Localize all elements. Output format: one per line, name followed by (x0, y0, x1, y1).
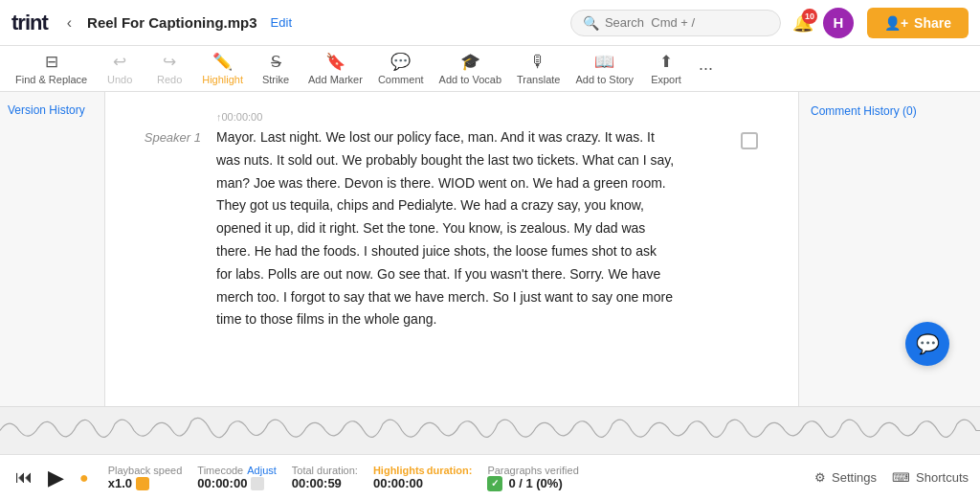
chat-icon: 💬 (916, 332, 940, 355)
shortcuts-label: Shortcuts (916, 470, 969, 485)
translate-button[interactable]: 🎙 Translate (509, 49, 568, 89)
highlights-label: Highlights duration: (373, 465, 472, 476)
find-replace-button[interactable]: ⊟ Find & Replace (8, 48, 95, 89)
transcript-text[interactable]: Mayor. Last night. We lost our policy fa… (216, 126, 676, 331)
adjust-link[interactable]: Adjust (247, 465, 277, 476)
total-duration-label: Total duration: (292, 465, 358, 476)
export-button[interactable]: ⬆ Export (641, 48, 691, 89)
export-icon: ⬆ (659, 52, 673, 72)
playback-speed-label: Playback speed (108, 465, 183, 476)
share-label: Share (914, 15, 951, 31)
add-marker-icon: 🔖 (325, 52, 345, 72)
notification-badge: 10 (802, 9, 817, 24)
strike-icon: S̶ (271, 52, 281, 72)
translate-label: Translate (517, 74, 560, 85)
strike-button[interactable]: S̶ Strike (251, 48, 301, 89)
export-label: Export (651, 74, 681, 85)
transcript-block: ↑00:00:00 Mayor. Last night. We lost our… (216, 111, 725, 331)
redo-icon: ↪ (163, 52, 176, 72)
timecode-section: Timecode Adjust 00:00:00 (197, 465, 276, 490)
skip-back-button[interactable]: ⏮ (11, 466, 36, 489)
comment-icon: 💬 (390, 52, 411, 72)
undo-icon: ↩ (113, 52, 126, 72)
redo-button[interactable]: ↪ Redo (145, 48, 194, 89)
main-area: Version History Speaker 1 ↑00:00:00 Mayo… (0, 92, 980, 406)
find-replace-icon: ⊟ (45, 52, 58, 72)
add-marker-button[interactable]: 🔖 Add Marker (301, 48, 370, 89)
highlight-button[interactable]: ✏️ Highlight (194, 48, 251, 89)
playback-speed-value: x1.0 (108, 476, 149, 490)
search-icon: 🔍 (583, 15, 599, 31)
timecode-label: Timecode Adjust (197, 465, 276, 476)
settings-button[interactable]: ⚙ Settings (814, 470, 877, 485)
share-button[interactable]: 👤+ Share (867, 8, 969, 38)
record-button[interactable]: ● (76, 467, 93, 489)
redo-label: Redo (157, 74, 182, 85)
add-story-label: Add to Story (575, 74, 634, 85)
playback-speed-section: Playback speed x1.0 (108, 465, 183, 490)
add-story-button[interactable]: 📖 Add to Story (568, 48, 641, 89)
logo: trint (11, 11, 48, 35)
left-panel: Version History (0, 92, 105, 406)
highlight-label: Highlight (202, 74, 243, 85)
translate-icon: 🎙 (530, 53, 546, 72)
back-button[interactable]: ‹ (63, 11, 76, 35)
paragraphs-value: ✓ 0 / 1 (0%) (487, 476, 578, 491)
total-duration-value: 00:00:59 (292, 476, 358, 490)
add-marker-label: Add Marker (308, 74, 363, 85)
right-panel: Comment History (0) (798, 92, 980, 406)
add-story-icon: 📖 (594, 52, 614, 72)
undo-button[interactable]: ↩ Undo (95, 48, 145, 89)
avatar[interactable]: H (823, 8, 854, 38)
editor-area[interactable]: Speaker 1 ↑00:00:00 Mayor. Last night. W… (105, 92, 798, 406)
comment-label: Comment (378, 74, 424, 85)
more-button[interactable]: ··· (691, 55, 721, 82)
header: trint ‹ Reel For Captioning.mp3 Edit 🔍 🔔… (0, 0, 980, 46)
highlight-icon: ✏️ (212, 52, 233, 72)
comment-history-link[interactable]: Comment History (0) (811, 104, 917, 118)
search-bar: 🔍 (570, 10, 781, 36)
highlights-value: 00:00:00 (373, 476, 472, 490)
paragraphs-section: Paragraphs verified ✓ 0 / 1 (0%) (487, 465, 578, 491)
timecode-box (251, 477, 264, 490)
play-button[interactable]: ▶ (44, 464, 68, 492)
total-duration-section: Total duration: 00:00:59 (292, 465, 358, 490)
speed-indicator (136, 477, 149, 490)
find-replace-label: Find & Replace (15, 74, 87, 85)
doc-title: Reel For Captioning.mp3 (87, 14, 257, 31)
bottom-bar: ⏮ ▶ ● Playback speed x1.0 Timecode Adjus… (0, 454, 980, 500)
add-vocab-label: Add to Vocab (439, 74, 501, 85)
timecode-value: 00:00:00 (197, 476, 276, 490)
paragraphs-label: Paragraphs verified (487, 465, 578, 476)
waveform-area (0, 406, 980, 454)
notification-button[interactable]: 🔔 10 (792, 12, 813, 34)
add-vocab-icon: 🎓 (460, 52, 480, 72)
comment-button[interactable]: 💬 Comment (370, 48, 432, 89)
settings-label: Settings (832, 470, 877, 485)
paragraphs-checkmark: ✓ (487, 476, 502, 491)
edit-link[interactable]: Edit (271, 15, 292, 30)
toolbar: ⊟ Find & Replace ↩ Undo ↪ Redo ✏️ Highli… (0, 46, 980, 92)
version-history-link[interactable]: Version History (8, 103, 85, 117)
timecode: ↑00:00:00 (216, 111, 725, 123)
add-vocab-button[interactable]: 🎓 Add to Vocab (432, 48, 509, 89)
verify-checkbox-area (741, 132, 760, 331)
search-input[interactable] (605, 15, 758, 30)
highlights-section: Highlights duration: 00:00:00 (373, 465, 472, 490)
strike-label: Strike (262, 74, 289, 85)
speaker-label: Speaker 1 (144, 130, 201, 331)
share-icon: 👤+ (884, 15, 908, 31)
verify-checkbox[interactable] (741, 132, 758, 149)
playback-controls: ⏮ ▶ ● (11, 464, 93, 492)
settings-icon: ⚙ (814, 470, 826, 485)
speaker-block: Speaker 1 ↑00:00:00 Mayor. Last night. W… (144, 111, 760, 331)
keyboard-icon: ⌨ (892, 470, 910, 485)
waveform-svg (0, 407, 980, 454)
undo-label: Undo (107, 74, 132, 85)
shortcuts-button[interactable]: ⌨ Shortcuts (892, 470, 969, 485)
